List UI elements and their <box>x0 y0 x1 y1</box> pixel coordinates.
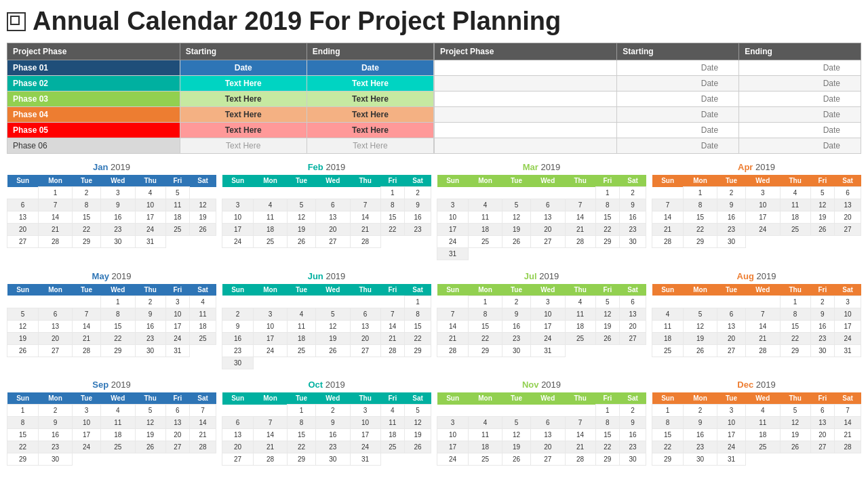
calendar-day: 4 <box>135 187 165 199</box>
calendar-day: 7 <box>190 405 216 417</box>
calendar-day: 10 <box>222 211 254 224</box>
calendar-week-row: 9101112131415 <box>222 320 431 332</box>
empty-day <box>437 187 469 199</box>
phase-start[interactable]: Text Here <box>180 92 307 107</box>
calendar-day: 2 <box>684 405 717 417</box>
calendar-week-row: 293031 <box>652 453 861 466</box>
weekday-header: Thu <box>565 284 595 296</box>
phase-end[interactable]: Text Here <box>307 76 433 92</box>
calendar-day: 27 <box>835 224 861 236</box>
empty-day <box>652 187 684 199</box>
month-table: SunMonTueWedThuFriSat1234567891011121314… <box>7 392 216 471</box>
calendar-day: 15 <box>405 320 431 332</box>
phase-start[interactable]: Text Here <box>180 107 307 123</box>
year-label: 2019 <box>111 380 131 390</box>
calendar-day: 5 <box>7 308 39 320</box>
phase-end[interactable]: Text Here <box>307 107 433 123</box>
empty-day <box>469 248 502 260</box>
weekday-header: Wed <box>101 392 136 405</box>
calendar-day: 17 <box>350 429 380 441</box>
calendar-day: 3 <box>72 405 100 417</box>
empty-day <box>746 453 781 466</box>
calendar-day: 31 <box>165 344 190 357</box>
phase-end[interactable]: Text Here <box>307 138 433 154</box>
calendar-day: 15 <box>287 429 315 441</box>
empty-day <box>531 187 566 199</box>
empty-day <box>531 248 566 260</box>
weekday-header: Sun <box>7 175 39 187</box>
phase-start[interactable]: Text Here <box>180 138 307 154</box>
empty-day <box>72 296 100 308</box>
calendar-day: 29 <box>780 344 810 357</box>
calendar-day: 17 <box>717 429 745 441</box>
phase-start-right: Date <box>617 123 739 138</box>
month-title: Nov 2019 <box>437 380 646 390</box>
phase-row-right: Date Date <box>435 123 861 138</box>
weekday-header: Wed <box>316 284 351 296</box>
phase-start[interactable]: Text Here <box>180 76 307 92</box>
empty-day <box>316 187 351 199</box>
month-table: SunMonTueWedThuFriSat1234567891011121314… <box>222 284 431 375</box>
calendar-day: 3 <box>254 308 288 320</box>
empty-day <box>7 296 39 308</box>
calendar-day: 28 <box>565 236 595 248</box>
calendar-day: 9 <box>316 417 351 429</box>
empty-day <box>746 236 781 248</box>
calendar-day: 2 <box>405 187 431 199</box>
weekday-header-row: SunMonTueWedThuFriSat <box>7 175 216 187</box>
empty-day <box>780 453 810 466</box>
calendar-week-row: 78910111213 <box>437 308 646 320</box>
month-jun: Jun 2019 SunMonTueWedThuFriSat1234567891… <box>222 271 431 375</box>
calendar-day: 5 <box>287 199 315 211</box>
calendar-day: 26 <box>684 344 717 357</box>
empty-day <box>350 357 380 369</box>
calendar-day: 19 <box>135 429 165 441</box>
calendar-day: 20 <box>717 332 745 344</box>
calendar-day: 12 <box>810 199 835 211</box>
year-label: 2019 <box>541 380 561 390</box>
calendar-day: 19 <box>502 224 530 236</box>
calendar-day: 21 <box>746 332 781 344</box>
phase-start[interactable]: Date <box>180 60 307 76</box>
empty-day <box>405 236 431 248</box>
calendar-week-row: 2930 <box>7 453 216 466</box>
left-phase-table: Project PhaseStartingEnding Phase 01 Dat… <box>7 43 434 154</box>
calendar-day: 21 <box>190 429 216 441</box>
phase-end[interactable]: Text Here <box>307 92 433 107</box>
calendar-day: 3 <box>717 405 745 417</box>
calendar-day: 31 <box>135 236 165 248</box>
empty-day <box>502 187 530 199</box>
calendar-day: 25 <box>287 344 315 357</box>
calendar-week-row: 15161718192021 <box>7 429 216 441</box>
calendar-day: 20 <box>7 224 39 236</box>
calendar-day: 4 <box>565 296 595 308</box>
calendar-day: 23 <box>405 224 431 236</box>
calendar-day: 1 <box>405 296 431 308</box>
calendar-day: 16 <box>620 429 646 441</box>
calendar-day: 17 <box>222 224 254 236</box>
weekday-header-row: SunMonTueWedThuFriSat <box>437 284 646 296</box>
calendar-day: 11 <box>254 211 288 224</box>
phase-end-right: Date <box>739 138 861 154</box>
weekday-header: Thu <box>565 392 595 405</box>
weekday-header: Fri <box>380 392 405 405</box>
calendar-day: 19 <box>810 211 835 224</box>
calendar-day: 1 <box>7 405 39 417</box>
calendar-week-row: 2345678 <box>222 308 431 320</box>
month-table: SunMonTueWedThuFriSat1234567891011121314… <box>652 284 861 363</box>
phase-end[interactable]: Date <box>307 60 433 76</box>
calendar-day: 19 <box>595 320 620 332</box>
weekday-header: Sat <box>620 175 646 187</box>
weekday-header: Thu <box>350 175 380 187</box>
calendar-day: 18 <box>254 224 288 236</box>
calendar-day: 11 <box>287 320 315 332</box>
month-name: Mar <box>523 162 538 172</box>
calendar-day: 18 <box>287 332 315 344</box>
calendar-week-row: 14151617181920 <box>652 211 861 224</box>
phase-label-right <box>435 60 617 76</box>
phase-end[interactable]: Text Here <box>307 123 433 138</box>
phase-start[interactable]: Text Here <box>180 123 307 138</box>
weekday-header: Sat <box>190 175 216 187</box>
month-title: Aug 2019 <box>652 271 861 281</box>
month-title: Jul 2019 <box>437 271 646 281</box>
